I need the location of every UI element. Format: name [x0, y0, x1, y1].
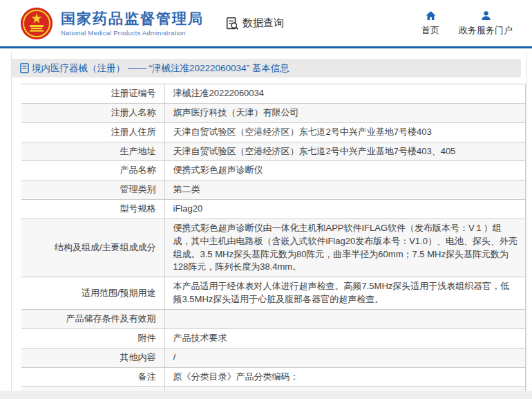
emblem-graphic [21, 8, 53, 39]
row-label: 产品名称 [21, 161, 164, 180]
home-icon [425, 10, 437, 21]
row-label: 备注 [21, 367, 164, 387]
row-value: 津械注准20222060034 [164, 84, 526, 104]
registration-info-table: 注册证编号津械注准20222060034注册人名称旗声医疗科技（天津）有限公司注… [21, 84, 526, 399]
table-row: 结构及组成/主要组成成分便携式彩色超声诊断仪由一体化主机和APP软件IFLAG软… [21, 219, 526, 277]
row-label: 生产地址 [21, 142, 164, 161]
data-query-label: 数据查询 [243, 17, 284, 30]
row-value: 天津自贸试验区（空港经济区）东七道2号中兴产业基地7号楼403 [164, 122, 526, 142]
row-label: 附件 [21, 328, 164, 348]
nav-gov-portal[interactable]: 政务服务门户 [459, 10, 513, 37]
row-label: 适用范围/预期用途 [21, 277, 164, 310]
table-row: 管理类别第二类 [21, 180, 526, 200]
breadcrumb: 境内医疗器械（注册） —— “津械注准20222060034” 基本信息 [12, 59, 521, 77]
row-value: 旗声医疗科技（天津）有限公司 [164, 103, 526, 122]
site-title-block: 国家药品监督管理局 National Medical Products Admi… [61, 10, 204, 36]
table-row: 注册人名称旗声医疗科技（天津）有限公司 [21, 103, 526, 122]
document-search-icon [225, 16, 240, 31]
row-label: 型号规格 [21, 200, 164, 219]
table-row: 注册人住所天津自贸试验区（空港经济区）东七道2号中兴产业基地7号楼403 [21, 122, 526, 142]
row-value: 本产品适用于经体表对人体进行超声检查。高频7.5MHz探头适用于浅表组织器官，低… [164, 277, 526, 310]
row-label: 管理类别 [21, 180, 164, 200]
table-row: 适用范围/预期用途本产品适用于经体表对人体进行超声检查。高频7.5MHz探头适用… [21, 277, 526, 310]
row-value: iFlag20 [164, 200, 526, 219]
data-query-tab[interactable]: 数据查询 [225, 16, 284, 31]
row-value: / [164, 348, 526, 367]
site-header: 国家药品监督管理局 National Medical Products Admi… [0, 0, 532, 48]
document-icon [20, 63, 29, 73]
row-label: 注册人住所 [21, 122, 164, 142]
table-row: 其他内容/ [21, 348, 526, 367]
row-value: 天津自贸试验区（空港经济区）东七道2号中兴产业基地7号楼403、405 [164, 142, 526, 161]
table-row: 附件产品技术要求 [21, 328, 526, 348]
site-title-en: National Medical Products Administration [61, 29, 204, 37]
site-title-cn: 国家药品监督管理局 [61, 10, 204, 27]
national-emblem-logo [21, 8, 53, 39]
nav-home[interactable]: 首页 [421, 10, 439, 37]
table-row: 生产地址天津自贸试验区（空港经济区）东七道2号中兴产业基地7号楼403、405 [21, 142, 526, 161]
content-wrapper: 境内医疗器械（注册） —— “津械注准20222060034” 基本信息 注册证… [11, 52, 527, 399]
row-label: 产品储存条件及有效期 [21, 309, 164, 328]
header-nav: 首页 政务服务门户 [421, 10, 513, 37]
row-value: 产品技术要求 [164, 328, 526, 348]
table-row: 型号规格iFlag20 [21, 200, 526, 219]
row-value: 便携式彩色超声诊断仪 [164, 161, 526, 180]
table-row: 注册证编号津械注准20222060034 [21, 84, 526, 104]
page-bottom-strip [0, 391, 532, 399]
row-value: 原《分类目录》产品分类编码： [164, 367, 526, 387]
table-row: 产品名称便携式彩色超声诊断仪 [21, 161, 526, 180]
nav-home-label: 首页 [421, 24, 439, 37]
row-value: 便携式彩色超声诊断仪由一体化主机和APP软件IFLAG软件（发布版本号：V１）组… [164, 219, 526, 277]
breadcrumb-text: 境内医疗器械（注册） —— “津械注准20222060034” 基本信息 [32, 62, 289, 75]
nav-gov-portal-label: 政务服务门户 [459, 24, 513, 37]
row-label: 注册人名称 [21, 103, 164, 122]
row-value [164, 309, 526, 328]
row-value: 第二类 [164, 180, 526, 200]
row-label: 其他内容 [21, 348, 164, 367]
row-label: 注册证编号 [21, 84, 164, 104]
person-icon [480, 10, 492, 21]
table-row: 产品储存条件及有效期 [21, 309, 526, 328]
table-row: 备注原《分类目录》产品分类编码： [21, 367, 526, 387]
row-label: 结构及组成/主要组成成分 [21, 219, 164, 277]
